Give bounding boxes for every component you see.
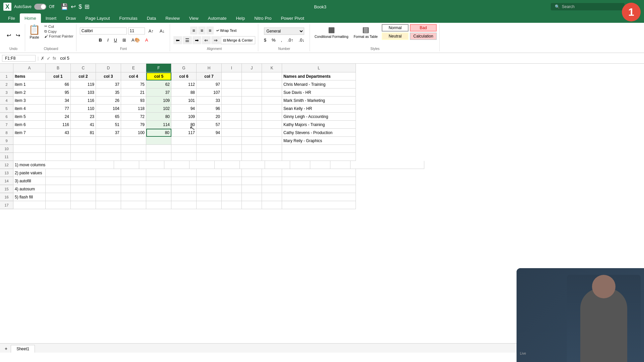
cell-g2[interactable]: 112 xyxy=(171,80,197,88)
row-7-header[interactable]: 7 xyxy=(0,121,13,129)
paste-button[interactable]: 📋 Paste xyxy=(29,24,40,39)
cell-g9[interactable] xyxy=(171,137,197,145)
cell-b16[interactable] xyxy=(46,193,71,201)
row-5-header[interactable]: 5 xyxy=(0,105,13,113)
normal-style-button[interactable]: Normal xyxy=(382,24,409,32)
cell-i4[interactable] xyxy=(222,97,242,105)
cell-f7[interactable]: 114 xyxy=(146,121,171,129)
align-center-button[interactable]: ☰ xyxy=(183,36,192,44)
cell-l3[interactable]: Sue Davis - HR xyxy=(282,88,356,97)
tab-view[interactable]: View xyxy=(184,13,203,23)
cell-d9[interactable] xyxy=(96,137,121,145)
cell-b1[interactable]: col 1 xyxy=(46,72,71,80)
neutral-style-button[interactable]: Neutral xyxy=(382,33,409,40)
cell-h13[interactable] xyxy=(197,169,222,177)
cell-k15[interactable] xyxy=(262,185,282,193)
cell-a5[interactable]: item 4 xyxy=(13,105,46,113)
confirm-formula-icon[interactable]: ✓ xyxy=(47,56,51,61)
cell-a10[interactable] xyxy=(13,145,46,153)
fill-color-button[interactable]: A🎨 xyxy=(129,37,142,44)
cell-d1[interactable]: col 3 xyxy=(96,72,121,80)
cell-e12[interactable] xyxy=(190,161,215,169)
cell-a17[interactable] xyxy=(13,201,46,209)
cell-f17[interactable] xyxy=(146,201,171,209)
cell-d14[interactable] xyxy=(96,177,121,185)
undo-quick-icon[interactable]: ↩ xyxy=(71,3,76,10)
cell-c12[interactable] xyxy=(139,161,164,169)
increase-decimal-button[interactable]: .0↑ xyxy=(285,37,296,44)
cell-f15[interactable] xyxy=(146,185,171,193)
cell-j5[interactable] xyxy=(242,105,262,113)
cell-l12[interactable] xyxy=(351,161,424,169)
insert-function-icon[interactable]: fx xyxy=(53,56,56,61)
cell-c14[interactable] xyxy=(71,177,96,185)
cell-l1[interactable]: Names and Departments xyxy=(282,72,356,80)
cell-g14[interactable] xyxy=(171,177,197,185)
cell-k13[interactable] xyxy=(262,169,282,177)
col-header-g[interactable]: G xyxy=(171,64,197,72)
cell-k10[interactable] xyxy=(262,145,282,153)
cell-f2[interactable]: 62 xyxy=(146,80,171,88)
cell-d10[interactable] xyxy=(96,145,121,153)
underline-button[interactable]: U xyxy=(112,37,119,44)
cell-g6[interactable]: 109 xyxy=(171,113,197,121)
cell-l9[interactable]: Mary Reily - Graphics xyxy=(282,137,356,145)
cell-j13[interactable] xyxy=(242,169,262,177)
cell-h6[interactable]: 20 xyxy=(197,113,222,121)
cell-b3[interactable]: 95 xyxy=(46,88,71,97)
cell-e10[interactable] xyxy=(121,145,146,153)
cell-h3[interactable]: 107 xyxy=(197,88,222,97)
cell-d4[interactable]: 26 xyxy=(96,97,121,105)
cell-a11[interactable] xyxy=(13,153,46,161)
cell-d17[interactable] xyxy=(96,201,121,209)
cell-c7[interactable]: 41 xyxy=(71,121,96,129)
cell-h16[interactable] xyxy=(197,193,222,201)
cell-h9[interactable] xyxy=(197,137,222,145)
cell-b7[interactable]: 116 xyxy=(46,121,71,129)
row-16-header[interactable]: 16 xyxy=(0,193,13,201)
format-painter-button[interactable]: 🖌 Format Painter xyxy=(44,34,73,38)
cell-f11[interactable] xyxy=(146,153,171,161)
cell-g13[interactable] xyxy=(171,169,197,177)
cell-c6[interactable]: 23 xyxy=(71,113,96,121)
col-header-c[interactable]: C xyxy=(71,64,96,72)
cell-k16[interactable] xyxy=(262,193,282,201)
cell-a14[interactable]: 3) autofill xyxy=(13,177,46,185)
cell-g8[interactable]: 117 xyxy=(171,129,197,137)
cell-b10[interactable] xyxy=(46,145,71,153)
row-13-header[interactable]: 13 xyxy=(0,169,13,177)
row-4-header[interactable]: 4 xyxy=(0,97,13,105)
cell-i15[interactable] xyxy=(222,185,242,193)
cell-i5[interactable] xyxy=(222,105,242,113)
cell-d11[interactable] xyxy=(96,153,121,161)
cell-i14[interactable] xyxy=(222,177,242,185)
cell-a9[interactable] xyxy=(13,137,46,145)
cell-l6[interactable]: Ginny Leigh - Accounting xyxy=(282,113,356,121)
cell-j17[interactable] xyxy=(242,201,262,209)
cell-i13[interactable] xyxy=(222,169,242,177)
tab-nitro-pro[interactable]: Nitro Pro xyxy=(250,13,276,23)
cell-b15[interactable] xyxy=(46,185,71,193)
cell-k3[interactable] xyxy=(262,88,282,97)
format-as-table-button[interactable]: ▤ Format as Table xyxy=(352,24,379,40)
percent-button[interactable]: % xyxy=(269,37,278,44)
cell-g17[interactable] xyxy=(171,201,197,209)
number-format-select[interactable]: General Number Currency Percentage xyxy=(264,27,304,35)
cell-h14[interactable] xyxy=(197,177,222,185)
quick-access-icon[interactable]: ⊞ xyxy=(85,3,90,10)
cell-j16[interactable] xyxy=(242,193,262,201)
cell-c17[interactable] xyxy=(71,201,96,209)
tab-file[interactable]: File xyxy=(3,13,20,23)
cell-e16[interactable] xyxy=(121,193,146,201)
cell-e1[interactable]: col 4 xyxy=(121,72,146,80)
cancel-formula-icon[interactable]: ✗ xyxy=(41,56,45,61)
cell-d6[interactable]: 65 xyxy=(96,113,121,121)
row-14-header[interactable]: 14 xyxy=(0,177,13,185)
tab-formulas[interactable]: Formulas xyxy=(115,13,142,23)
cell-g1[interactable]: col 6 xyxy=(171,72,197,80)
cell-j11[interactable] xyxy=(242,153,262,161)
autosave-toggle[interactable] xyxy=(34,4,46,10)
cell-f14[interactable] xyxy=(146,177,171,185)
comma-button[interactable]: , xyxy=(279,37,285,44)
align-top-right-button[interactable]: ≡ xyxy=(206,26,214,35)
